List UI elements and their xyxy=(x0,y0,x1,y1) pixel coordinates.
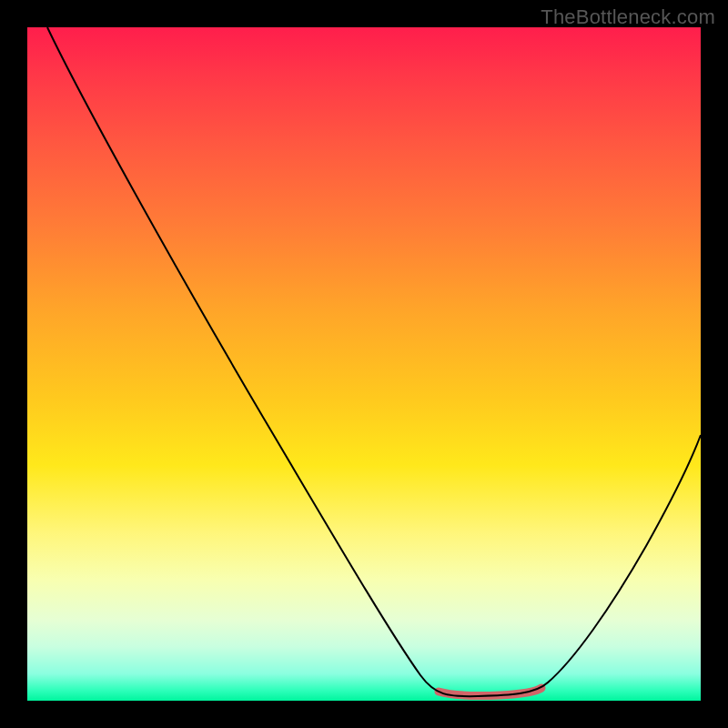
bottleneck-curve xyxy=(47,27,701,696)
plot-area xyxy=(27,27,701,701)
chart-container: TheBottleneck.com xyxy=(0,0,728,728)
watermark-text: TheBottleneck.com xyxy=(541,5,715,29)
curve-overlay xyxy=(27,27,701,701)
